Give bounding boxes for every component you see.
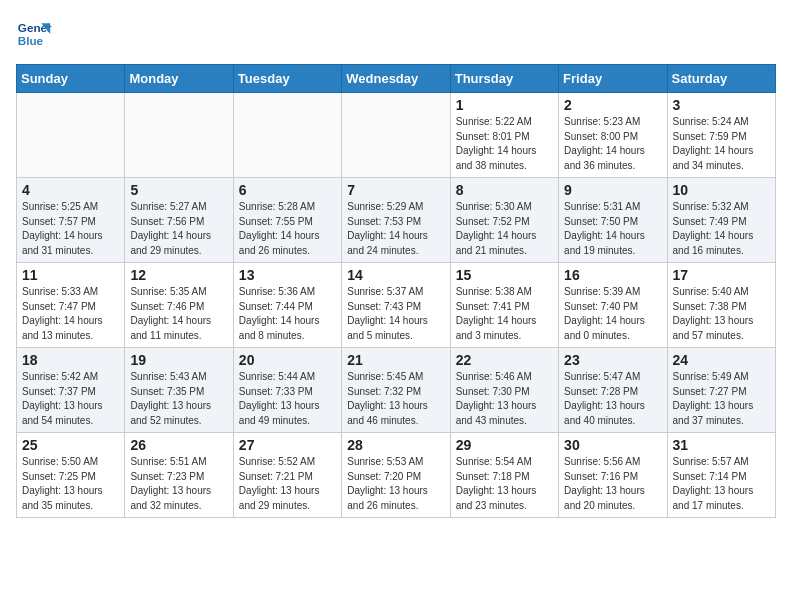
- day-number: 13: [239, 267, 336, 283]
- calendar-cell: 10Sunrise: 5:32 AM Sunset: 7:49 PM Dayli…: [667, 178, 775, 263]
- day-info: Sunrise: 5:31 AM Sunset: 7:50 PM Dayligh…: [564, 200, 661, 258]
- day-number: 30: [564, 437, 661, 453]
- day-info: Sunrise: 5:46 AM Sunset: 7:30 PM Dayligh…: [456, 370, 553, 428]
- weekday-header-monday: Monday: [125, 65, 233, 93]
- day-number: 24: [673, 352, 770, 368]
- weekday-header-row: SundayMondayTuesdayWednesdayThursdayFrid…: [17, 65, 776, 93]
- calendar-cell: 16Sunrise: 5:39 AM Sunset: 7:40 PM Dayli…: [559, 263, 667, 348]
- day-number: 17: [673, 267, 770, 283]
- calendar-cell: 28Sunrise: 5:53 AM Sunset: 7:20 PM Dayli…: [342, 433, 450, 518]
- calendar-cell: 5Sunrise: 5:27 AM Sunset: 7:56 PM Daylig…: [125, 178, 233, 263]
- weekday-header-thursday: Thursday: [450, 65, 558, 93]
- day-number: 12: [130, 267, 227, 283]
- day-number: 9: [564, 182, 661, 198]
- day-number: 19: [130, 352, 227, 368]
- calendar-week-row: 11Sunrise: 5:33 AM Sunset: 7:47 PM Dayli…: [17, 263, 776, 348]
- day-info: Sunrise: 5:23 AM Sunset: 8:00 PM Dayligh…: [564, 115, 661, 173]
- day-info: Sunrise: 5:57 AM Sunset: 7:14 PM Dayligh…: [673, 455, 770, 513]
- weekday-header-saturday: Saturday: [667, 65, 775, 93]
- day-info: Sunrise: 5:22 AM Sunset: 8:01 PM Dayligh…: [456, 115, 553, 173]
- calendar-week-row: 1Sunrise: 5:22 AM Sunset: 8:01 PM Daylig…: [17, 93, 776, 178]
- day-number: 10: [673, 182, 770, 198]
- day-number: 4: [22, 182, 119, 198]
- calendar-cell: 6Sunrise: 5:28 AM Sunset: 7:55 PM Daylig…: [233, 178, 341, 263]
- day-info: Sunrise: 5:49 AM Sunset: 7:27 PM Dayligh…: [673, 370, 770, 428]
- day-number: 3: [673, 97, 770, 113]
- day-info: Sunrise: 5:56 AM Sunset: 7:16 PM Dayligh…: [564, 455, 661, 513]
- calendar-cell: 14Sunrise: 5:37 AM Sunset: 7:43 PM Dayli…: [342, 263, 450, 348]
- day-number: 7: [347, 182, 444, 198]
- weekday-header-wednesday: Wednesday: [342, 65, 450, 93]
- day-number: 21: [347, 352, 444, 368]
- day-info: Sunrise: 5:50 AM Sunset: 7:25 PM Dayligh…: [22, 455, 119, 513]
- svg-text:Blue: Blue: [18, 34, 44, 47]
- day-info: Sunrise: 5:53 AM Sunset: 7:20 PM Dayligh…: [347, 455, 444, 513]
- day-number: 11: [22, 267, 119, 283]
- day-info: Sunrise: 5:37 AM Sunset: 7:43 PM Dayligh…: [347, 285, 444, 343]
- day-info: Sunrise: 5:25 AM Sunset: 7:57 PM Dayligh…: [22, 200, 119, 258]
- day-number: 8: [456, 182, 553, 198]
- day-number: 16: [564, 267, 661, 283]
- weekday-header-friday: Friday: [559, 65, 667, 93]
- day-number: 28: [347, 437, 444, 453]
- calendar-cell: 26Sunrise: 5:51 AM Sunset: 7:23 PM Dayli…: [125, 433, 233, 518]
- day-number: 15: [456, 267, 553, 283]
- day-number: 5: [130, 182, 227, 198]
- calendar-cell: 4Sunrise: 5:25 AM Sunset: 7:57 PM Daylig…: [17, 178, 125, 263]
- weekday-header-sunday: Sunday: [17, 65, 125, 93]
- day-number: 25: [22, 437, 119, 453]
- calendar-cell: 9Sunrise: 5:31 AM Sunset: 7:50 PM Daylig…: [559, 178, 667, 263]
- calendar-table: SundayMondayTuesdayWednesdayThursdayFrid…: [16, 64, 776, 518]
- day-info: Sunrise: 5:35 AM Sunset: 7:46 PM Dayligh…: [130, 285, 227, 343]
- calendar-cell: 23Sunrise: 5:47 AM Sunset: 7:28 PM Dayli…: [559, 348, 667, 433]
- day-info: Sunrise: 5:52 AM Sunset: 7:21 PM Dayligh…: [239, 455, 336, 513]
- calendar-cell: [233, 93, 341, 178]
- calendar-week-row: 25Sunrise: 5:50 AM Sunset: 7:25 PM Dayli…: [17, 433, 776, 518]
- calendar-cell: 22Sunrise: 5:46 AM Sunset: 7:30 PM Dayli…: [450, 348, 558, 433]
- calendar-cell: 25Sunrise: 5:50 AM Sunset: 7:25 PM Dayli…: [17, 433, 125, 518]
- day-info: Sunrise: 5:24 AM Sunset: 7:59 PM Dayligh…: [673, 115, 770, 173]
- weekday-header-tuesday: Tuesday: [233, 65, 341, 93]
- day-number: 6: [239, 182, 336, 198]
- calendar-cell: 21Sunrise: 5:45 AM Sunset: 7:32 PM Dayli…: [342, 348, 450, 433]
- calendar-cell: 8Sunrise: 5:30 AM Sunset: 7:52 PM Daylig…: [450, 178, 558, 263]
- day-info: Sunrise: 5:36 AM Sunset: 7:44 PM Dayligh…: [239, 285, 336, 343]
- calendar-cell: 18Sunrise: 5:42 AM Sunset: 7:37 PM Dayli…: [17, 348, 125, 433]
- day-number: 29: [456, 437, 553, 453]
- calendar-cell: 13Sunrise: 5:36 AM Sunset: 7:44 PM Dayli…: [233, 263, 341, 348]
- calendar-cell: [125, 93, 233, 178]
- day-info: Sunrise: 5:42 AM Sunset: 7:37 PM Dayligh…: [22, 370, 119, 428]
- day-number: 26: [130, 437, 227, 453]
- calendar-cell: 12Sunrise: 5:35 AM Sunset: 7:46 PM Dayli…: [125, 263, 233, 348]
- calendar-cell: 1Sunrise: 5:22 AM Sunset: 8:01 PM Daylig…: [450, 93, 558, 178]
- calendar-cell: 2Sunrise: 5:23 AM Sunset: 8:00 PM Daylig…: [559, 93, 667, 178]
- calendar-cell: 31Sunrise: 5:57 AM Sunset: 7:14 PM Dayli…: [667, 433, 775, 518]
- calendar-cell: 15Sunrise: 5:38 AM Sunset: 7:41 PM Dayli…: [450, 263, 558, 348]
- calendar-cell: 29Sunrise: 5:54 AM Sunset: 7:18 PM Dayli…: [450, 433, 558, 518]
- day-info: Sunrise: 5:54 AM Sunset: 7:18 PM Dayligh…: [456, 455, 553, 513]
- logo-icon: General Blue: [16, 16, 52, 52]
- calendar-cell: 7Sunrise: 5:29 AM Sunset: 7:53 PM Daylig…: [342, 178, 450, 263]
- day-info: Sunrise: 5:32 AM Sunset: 7:49 PM Dayligh…: [673, 200, 770, 258]
- day-info: Sunrise: 5:47 AM Sunset: 7:28 PM Dayligh…: [564, 370, 661, 428]
- day-info: Sunrise: 5:29 AM Sunset: 7:53 PM Dayligh…: [347, 200, 444, 258]
- day-number: 14: [347, 267, 444, 283]
- calendar-cell: 3Sunrise: 5:24 AM Sunset: 7:59 PM Daylig…: [667, 93, 775, 178]
- day-number: 23: [564, 352, 661, 368]
- calendar-week-row: 18Sunrise: 5:42 AM Sunset: 7:37 PM Dayli…: [17, 348, 776, 433]
- day-info: Sunrise: 5:27 AM Sunset: 7:56 PM Dayligh…: [130, 200, 227, 258]
- day-number: 2: [564, 97, 661, 113]
- calendar-cell: 20Sunrise: 5:44 AM Sunset: 7:33 PM Dayli…: [233, 348, 341, 433]
- day-info: Sunrise: 5:28 AM Sunset: 7:55 PM Dayligh…: [239, 200, 336, 258]
- day-number: 22: [456, 352, 553, 368]
- day-info: Sunrise: 5:45 AM Sunset: 7:32 PM Dayligh…: [347, 370, 444, 428]
- day-info: Sunrise: 5:33 AM Sunset: 7:47 PM Dayligh…: [22, 285, 119, 343]
- day-number: 27: [239, 437, 336, 453]
- page-header: General Blue: [16, 16, 776, 52]
- day-info: Sunrise: 5:43 AM Sunset: 7:35 PM Dayligh…: [130, 370, 227, 428]
- calendar-cell: [17, 93, 125, 178]
- logo: General Blue: [16, 16, 52, 52]
- day-number: 20: [239, 352, 336, 368]
- calendar-cell: 17Sunrise: 5:40 AM Sunset: 7:38 PM Dayli…: [667, 263, 775, 348]
- day-number: 1: [456, 97, 553, 113]
